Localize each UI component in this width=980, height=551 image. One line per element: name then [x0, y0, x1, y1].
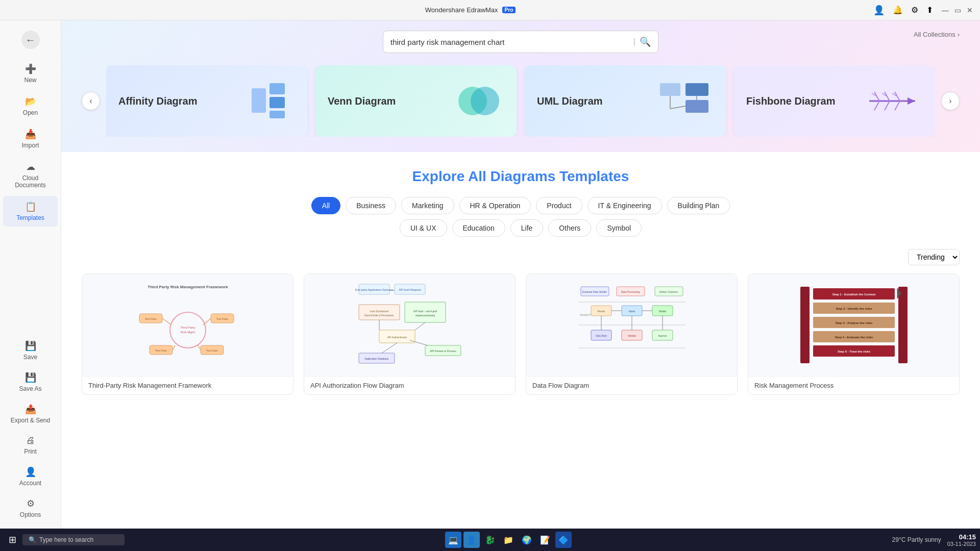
svg-text:Step 1 - Establish the Context: Step 1 - Establish the Context — [832, 293, 875, 296]
carousel-card-uml[interactable]: UML Diagram — [525, 65, 726, 137]
filter-tag-education[interactable]: Education — [452, 219, 505, 237]
svg-text:Step 4 - Evaluate the risks: Step 4 - Evaluate the risks — [835, 336, 873, 339]
sidebar-saveas-label: Save As — [19, 385, 41, 392]
sidebar-item-options[interactable]: ⚙ Options — [3, 493, 58, 523]
svg-rect-2 — [270, 111, 285, 118]
sidebar-item-new[interactable]: ➕ New — [3, 58, 58, 89]
taskbar-app-icons: 💻 👤 🐉 📁 🌍 📝 🔷 — [445, 532, 572, 548]
filter-tag-symbol[interactable]: Symbol — [596, 219, 642, 237]
svg-line-19 — [895, 101, 900, 110]
svg-text:Risk Mgmt: Risk Mgmt — [180, 331, 195, 334]
svg-text:request processing: request processing — [415, 314, 435, 317]
svg-text:API Auth - unit A pod: API Auth - unit A pod — [413, 310, 437, 313]
carousel-card-fishbone[interactable]: Fishbone Diagram — [734, 65, 935, 137]
carousel-wrapper: ‹ Affinity Diagram Venn — [82, 65, 960, 137]
svg-text:API Parsers to Process: API Parsers to Process — [430, 349, 456, 353]
main-content: All Collections › | 🔍 ‹ Affinity Diagram — [61, 20, 980, 529]
filter-tag-it[interactable]: IT & Engineering — [587, 197, 662, 214]
notification-icon[interactable]: 🔔 — [893, 5, 903, 15]
app-name: Wondershare EdrawMax — [425, 6, 498, 14]
uml-diagram-icon — [657, 81, 714, 121]
taskbar-icon-word[interactable]: 📝 — [537, 532, 553, 548]
sidebar-item-print[interactable]: 🖨 Print — [3, 430, 58, 460]
filter-tag-marketing[interactable]: Marketing — [401, 197, 454, 214]
export-icon[interactable]: ⬆ — [926, 5, 933, 15]
svg-text:Step 3 - Analyse the risks: Step 3 - Analyse the risks — [835, 321, 872, 324]
template-card-t2[interactable]: End party Application Services API Auth … — [304, 273, 516, 395]
carousel-prev-button[interactable]: ‹ — [82, 92, 100, 110]
sidebar-item-templates[interactable]: 📋 Templates — [3, 196, 58, 227]
svg-rect-6 — [660, 83, 680, 96]
carousel-card-affinity-title: Affinity Diagram — [118, 94, 197, 108]
open-icon: 📂 — [25, 96, 36, 107]
svg-text:Examine Data Smells: Examine Data Smells — [582, 290, 607, 293]
svg-text:Approve: Approve — [658, 335, 667, 337]
taskbar-icon-windows[interactable]: 💻 — [445, 532, 461, 548]
taskbar-weather: 29°C Partly sunny — [892, 536, 941, 543]
carousel-card-uml-title: UML Diagram — [537, 94, 603, 108]
user-avatar-icon[interactable]: 👤 — [873, 5, 885, 16]
template-card-t3[interactable]: Examine Data Smells Data Processing Defi… — [526, 273, 738, 395]
sidebar-account-label: Account — [19, 480, 41, 487]
sidebar-item-account[interactable]: 👤 Account — [3, 461, 58, 492]
all-collections-link[interactable]: All Collections › — [914, 31, 960, 38]
all-collections-arrow: › — [958, 31, 960, 38]
filter-tag-others[interactable]: Others — [548, 219, 591, 237]
template-card-image-t2: End party Application Services API Auth … — [304, 274, 515, 376]
carousel-card-venn[interactable]: Venn Diagram — [315, 65, 517, 137]
filter-tag-building[interactable]: Building Plan — [667, 197, 730, 214]
sidebar-item-import[interactable]: 📥 Import — [3, 123, 58, 154]
search-button[interactable]: 🔍 — [640, 36, 651, 47]
settings-icon[interactable]: ⚙ — [911, 5, 918, 15]
taskbar-icon-explorer[interactable]: 👤 — [463, 532, 480, 548]
search-input[interactable] — [390, 38, 629, 46]
fishbone-diagram-icon — [867, 81, 923, 121]
explore-title: Explore All Diagrams Templates — [82, 168, 960, 185]
filter-tag-all[interactable]: All — [311, 197, 341, 214]
filter-tag-uiux[interactable]: UI & UX — [400, 219, 447, 237]
account-icon: 👤 — [25, 466, 36, 478]
sidebar-item-export[interactable]: 📤 Export & Send — [3, 398, 58, 429]
start-button[interactable]: ⊞ — [4, 532, 20, 548]
taskbar-icon-folder[interactable]: 📁 — [500, 532, 517, 548]
back-icon: ← — [21, 31, 40, 49]
search-box: | 🔍 — [383, 31, 658, 53]
sort-select[interactable]: Trending Newest Popular — [908, 249, 960, 265]
minimize-button[interactable]: — — [941, 6, 949, 14]
carousel-card-affinity[interactable]: Affinity Diagram — [106, 65, 307, 137]
maximize-button[interactable]: ▭ — [953, 6, 962, 14]
new-icon: ➕ — [25, 63, 36, 74]
filter-tag-product[interactable]: Product — [536, 197, 582, 214]
sidebar-item-saveas[interactable]: 💾 Save As — [3, 367, 58, 397]
filter-tag-life[interactable]: Life — [510, 219, 544, 237]
svg-text:Data Store: Data Store — [596, 335, 607, 337]
filter-tag-business[interactable]: Business — [346, 197, 396, 214]
all-collections-label: All Collections — [914, 31, 955, 38]
taskbar-time-value: 04:15 — [947, 533, 976, 541]
svg-rect-23 — [132, 279, 244, 371]
taskbar-icon-chrome[interactable]: 🌍 — [519, 532, 535, 548]
template-card-t4[interactable]: Communication and Consultation Monitor a… — [748, 273, 960, 395]
svg-text:Normal Roles & Permissions: Normal Roles & Permissions — [364, 314, 394, 317]
taskbar-icon-edraw[interactable]: 🔷 — [555, 532, 572, 548]
filter-tags-row2: UI & UX Education Life Others Symbol — [82, 219, 960, 237]
title-bar: Wondershare EdrawMax Pro 👤 🔔 ⚙ ⬆ — ▭ ✕ — [0, 0, 980, 20]
sidebar-item-save[interactable]: 💾 Save — [3, 335, 58, 366]
sidebar-item-back[interactable]: ← — [3, 26, 58, 54]
sidebar-new-label: New — [24, 77, 36, 84]
template-card-t1[interactable]: Third Party Risk Management Framework Th… — [82, 273, 293, 395]
svg-text:Define Outcome: Define Outcome — [659, 290, 677, 293]
carousel-next-button[interactable]: › — [941, 92, 960, 110]
taskbar-search[interactable]: 🔍 Type here to search — [22, 534, 125, 545]
svg-rect-1 — [270, 97, 285, 108]
sidebar-item-open[interactable]: 📂 Open — [3, 91, 58, 121]
cloud-icon: ☁ — [26, 161, 35, 172]
close-button[interactable]: ✕ — [966, 6, 974, 14]
svg-text:Data Processing: Data Processing — [621, 290, 640, 293]
hero-area: All Collections › | 🔍 ‹ Affinity Diagram — [61, 20, 980, 152]
taskbar-icon-browser1[interactable]: 🐉 — [482, 532, 498, 548]
taskbar-date-value: 03-11-2023 — [947, 541, 976, 547]
template-preview-t3: Examine Data Smells Data Processing Defi… — [576, 279, 688, 371]
filter-tag-hr[interactable]: HR & Operation — [459, 197, 531, 214]
sidebar-item-cloud[interactable]: ☁ Cloud Documents — [3, 156, 58, 194]
